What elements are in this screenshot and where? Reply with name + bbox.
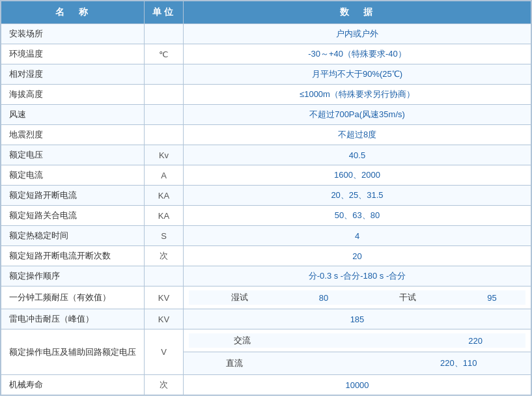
row-name: 海拔高度 bbox=[1, 85, 145, 105]
row-name: 安装场所 bbox=[1, 24, 145, 44]
row-unit bbox=[145, 266, 184, 286]
header-name: 名 称 bbox=[1, 1, 145, 24]
row-unit: V bbox=[145, 329, 184, 375]
row-data: 不超过8度 bbox=[184, 125, 531, 145]
row-data: 20 bbox=[184, 246, 531, 266]
row-data: 不超过700Pa(风速35m/s) bbox=[184, 105, 531, 125]
row-data: 1600、2000 bbox=[184, 165, 531, 186]
row-unit: S bbox=[145, 226, 184, 246]
table-row: 安装场所 户内或户外 bbox=[1, 24, 531, 44]
row-name: 风速 bbox=[1, 105, 145, 125]
table-row: 额定操作顺序 分-0.3 s -合分-180 s -合分 bbox=[1, 266, 531, 286]
row-data: 湿试 80 干试 95 bbox=[184, 286, 531, 309]
row-name: 雷电冲击耐压（峰值） bbox=[1, 309, 145, 329]
table-row: 一分钟工频耐压（有效值） KV 湿试 80 干试 95 bbox=[1, 286, 531, 309]
row-name: 一分钟工频耐压（有效值） bbox=[1, 286, 145, 309]
row-data: 户内或户外 bbox=[184, 24, 531, 44]
row-data: 40.5 bbox=[184, 145, 531, 165]
header-unit: 单位 bbox=[145, 1, 184, 24]
table-row: 额定操作电压及辅助回路额定电压 V 交流 220 bbox=[1, 329, 531, 352]
table-row: 额定热稳定时间 S 4 bbox=[1, 226, 531, 246]
row-data: 50、63、80 bbox=[184, 206, 531, 226]
row-unit: Kv bbox=[145, 145, 184, 165]
table-row: 额定短路关合电流 KA 50、63、80 bbox=[1, 206, 531, 226]
row-unit: 次 bbox=[145, 375, 184, 395]
table-row: 海拔高度 ≤1000m（特殊要求另行协商） bbox=[1, 85, 531, 105]
row-name: 机械寿命 bbox=[1, 375, 145, 395]
row-name: 额定短路开断电流开断次数 bbox=[1, 246, 145, 266]
row-data: 4 bbox=[184, 226, 531, 246]
row-unit: KA bbox=[145, 206, 184, 226]
row-name: 额定热稳定时间 bbox=[1, 226, 145, 246]
row-name: 额定短路关合电流 bbox=[1, 206, 145, 226]
row-unit bbox=[145, 85, 184, 105]
row-data: ≤1000m（特殊要求另行协商） bbox=[184, 85, 531, 105]
row-unit bbox=[145, 64, 184, 85]
table-row: 额定电流 A 1600、2000 bbox=[1, 165, 531, 186]
row-data: -30～+40（特殊要求-40） bbox=[184, 44, 531, 64]
row-unit bbox=[145, 105, 184, 125]
row-name: 额定电压 bbox=[1, 145, 145, 165]
table-row: 额定短路开断电流 KA 20、25、31.5 bbox=[1, 186, 531, 206]
row-name: 额定短路开断电流 bbox=[1, 186, 145, 206]
row-name: 额定电流 bbox=[1, 165, 145, 186]
table-row: 地震烈度 不超过8度 bbox=[1, 125, 531, 145]
table-row: 雷电冲击耐压（峰值） KV 185 bbox=[1, 309, 531, 329]
header-data: 数 据 bbox=[184, 1, 531, 24]
table-row: 环境温度 ℃ -30～+40（特殊要求-40） bbox=[1, 44, 531, 64]
row-data: 185 bbox=[184, 309, 531, 329]
table-row: 额定电压 Kv 40.5 bbox=[1, 145, 531, 165]
row-unit bbox=[145, 24, 184, 44]
table-row: 风速 不超过700Pa(风速35m/s) bbox=[1, 105, 531, 125]
row-name: 地震烈度 bbox=[1, 125, 145, 145]
table-row: 相对湿度 月平均不大于90%(25℃) bbox=[1, 64, 531, 85]
row-name: 额定操作电压及辅助回路额定电压 bbox=[1, 329, 145, 375]
row-data: 20、25、31.5 bbox=[184, 186, 531, 206]
row-name: 环境温度 bbox=[1, 44, 145, 64]
row-unit: ℃ bbox=[145, 44, 184, 64]
row-name: 相对湿度 bbox=[1, 64, 145, 85]
row-data-dc: 直流 220、110 bbox=[184, 352, 531, 375]
row-unit: KA bbox=[145, 186, 184, 206]
row-data: 分-0.3 s -合分-180 s -合分 bbox=[184, 266, 531, 286]
row-data: 10000 bbox=[184, 375, 531, 395]
table-row: 机械寿命 次 10000 bbox=[1, 375, 531, 395]
row-name: 额定操作顺序 bbox=[1, 266, 145, 286]
row-unit: A bbox=[145, 165, 184, 186]
row-unit: 次 bbox=[145, 246, 184, 266]
row-unit bbox=[145, 125, 184, 145]
row-unit: KV bbox=[145, 309, 184, 329]
specs-table: 名 称 单位 数 据 安装场所 户内或户外 环境温度 ℃ -30～+40（特殊要… bbox=[1, 1, 531, 395]
row-data: 交流 220 bbox=[184, 329, 531, 352]
row-data: 月平均不大于90%(25℃) bbox=[184, 64, 531, 85]
row-unit: KV bbox=[145, 286, 184, 309]
table-row: 额定短路开断电流开断次数 次 20 bbox=[1, 246, 531, 266]
